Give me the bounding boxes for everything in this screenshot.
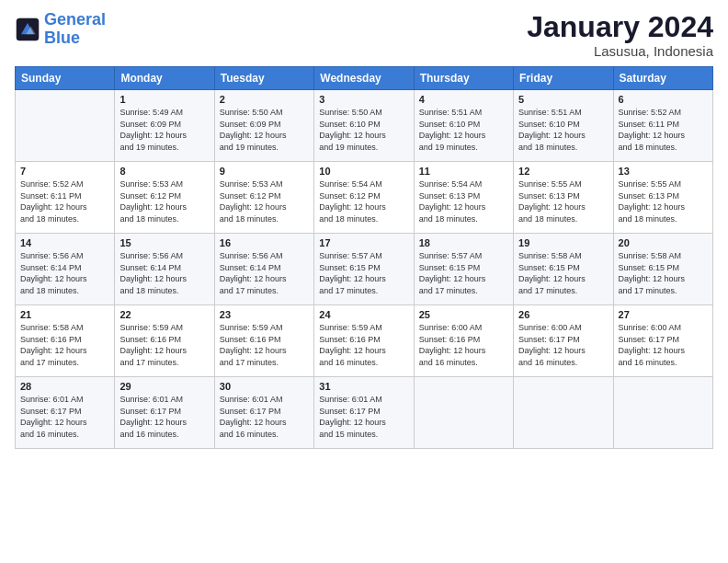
calendar-cell: 6Sunrise: 5:52 AMSunset: 6:11 PMDaylight…: [613, 90, 712, 162]
calendar-header-row: Sunday Monday Tuesday Wednesday Thursday…: [16, 67, 713, 90]
day-number: 29: [119, 381, 209, 392]
day-number: 19: [518, 237, 608, 248]
calendar-cell: 2Sunrise: 5:50 AMSunset: 6:09 PMDaylight…: [214, 90, 313, 162]
day-number: 11: [419, 166, 508, 177]
logo-blue: Blue: [44, 29, 80, 47]
day-info: Sunrise: 5:56 AMSunset: 6:14 PMDaylight:…: [20, 250, 109, 296]
calendar-cell: 28Sunrise: 6:01 AMSunset: 6:17 PMDayligh…: [16, 377, 115, 449]
day-number: 23: [220, 309, 309, 320]
logo: General Blue: [15, 11, 106, 48]
logo-general: General: [44, 10, 106, 29]
day-number: 12: [518, 166, 608, 177]
calendar-week-1: 1Sunrise: 5:49 AMSunset: 6:09 PMDaylight…: [16, 90, 713, 162]
day-number: 21: [20, 309, 109, 320]
calendar-cell: 21Sunrise: 5:58 AMSunset: 6:16 PMDayligh…: [16, 305, 115, 377]
calendar-cell: 13Sunrise: 5:55 AMSunset: 6:13 PMDayligh…: [613, 162, 712, 234]
calendar-cell: 15Sunrise: 5:56 AMSunset: 6:14 PMDayligh…: [115, 234, 214, 305]
title-block: January 2024 Lasusua, Indonesia: [527, 11, 713, 59]
calendar-cell: 24Sunrise: 5:59 AMSunset: 6:16 PMDayligh…: [314, 305, 414, 377]
day-info: Sunrise: 5:59 AMSunset: 6:16 PMDaylight:…: [220, 322, 309, 368]
calendar-cell: 4Sunrise: 5:51 AMSunset: 6:10 PMDaylight…: [414, 90, 513, 162]
calendar-cell: 30Sunrise: 6:01 AMSunset: 6:17 PMDayligh…: [214, 377, 313, 449]
day-info: Sunrise: 5:55 AMSunset: 6:13 PMDaylight:…: [518, 178, 608, 224]
day-number: 16: [220, 237, 309, 248]
day-info: Sunrise: 6:00 AMSunset: 6:17 PMDaylight:…: [619, 322, 708, 368]
month-title: January 2024: [527, 11, 713, 43]
day-number: 24: [319, 309, 408, 320]
day-info: Sunrise: 5:59 AMSunset: 6:16 PMDaylight:…: [319, 322, 408, 368]
day-info: Sunrise: 5:57 AMSunset: 6:15 PMDaylight:…: [419, 250, 508, 296]
header-sunday: Sunday: [16, 67, 115, 90]
calendar-week-4: 21Sunrise: 5:58 AMSunset: 6:16 PMDayligh…: [16, 305, 713, 377]
calendar-cell: 22Sunrise: 5:59 AMSunset: 6:16 PMDayligh…: [115, 305, 214, 377]
day-number: 9: [220, 166, 309, 177]
calendar-cell: 14Sunrise: 5:56 AMSunset: 6:14 PMDayligh…: [16, 234, 115, 305]
calendar-week-2: 7Sunrise: 5:52 AMSunset: 6:11 PMDaylight…: [16, 162, 713, 234]
day-number: 30: [220, 381, 309, 392]
day-number: 27: [619, 309, 708, 320]
calendar-cell: 10Sunrise: 5:54 AMSunset: 6:12 PMDayligh…: [314, 162, 414, 234]
day-info: Sunrise: 5:56 AMSunset: 6:14 PMDaylight:…: [220, 250, 309, 296]
calendar-cell: 29Sunrise: 6:01 AMSunset: 6:17 PMDayligh…: [115, 377, 214, 449]
day-info: Sunrise: 5:59 AMSunset: 6:16 PMDaylight:…: [119, 322, 209, 368]
day-info: Sunrise: 5:51 AMSunset: 6:10 PMDaylight:…: [518, 107, 608, 153]
calendar-cell: 11Sunrise: 5:54 AMSunset: 6:13 PMDayligh…: [414, 162, 513, 234]
day-info: Sunrise: 5:58 AMSunset: 6:16 PMDaylight:…: [20, 322, 109, 368]
day-info: Sunrise: 6:00 AMSunset: 6:17 PMDaylight:…: [518, 322, 608, 368]
header-wednesday: Wednesday: [314, 67, 414, 90]
calendar-cell: [613, 377, 712, 449]
day-number: 1: [119, 94, 209, 105]
calendar-week-5: 28Sunrise: 6:01 AMSunset: 6:17 PMDayligh…: [16, 377, 713, 449]
header-saturday: Saturday: [613, 67, 712, 90]
day-number: 4: [419, 94, 508, 105]
day-number: 14: [20, 237, 109, 248]
day-info: Sunrise: 5:53 AMSunset: 6:12 PMDaylight:…: [119, 178, 209, 224]
calendar-cell: 31Sunrise: 6:01 AMSunset: 6:17 PMDayligh…: [314, 377, 414, 449]
day-info: Sunrise: 6:01 AMSunset: 6:17 PMDaylight:…: [20, 394, 109, 440]
day-info: Sunrise: 5:54 AMSunset: 6:13 PMDaylight:…: [419, 178, 508, 224]
day-number: 31: [319, 381, 408, 392]
calendar-cell: [414, 377, 513, 449]
day-info: Sunrise: 5:58 AMSunset: 6:15 PMDaylight:…: [619, 250, 708, 296]
calendar-cell: 23Sunrise: 5:59 AMSunset: 6:16 PMDayligh…: [214, 305, 313, 377]
calendar-cell: 26Sunrise: 6:00 AMSunset: 6:17 PMDayligh…: [514, 305, 613, 377]
day-info: Sunrise: 5:53 AMSunset: 6:12 PMDaylight:…: [220, 178, 309, 224]
day-info: Sunrise: 6:01 AMSunset: 6:17 PMDaylight:…: [119, 394, 209, 440]
day-info: Sunrise: 5:56 AMSunset: 6:14 PMDaylight:…: [119, 250, 209, 296]
day-number: 18: [419, 237, 508, 248]
header-monday: Monday: [115, 67, 214, 90]
header-friday: Friday: [514, 67, 613, 90]
day-info: Sunrise: 5:58 AMSunset: 6:15 PMDaylight:…: [518, 250, 608, 296]
day-number: 22: [119, 309, 209, 320]
calendar-table: Sunday Monday Tuesday Wednesday Thursday…: [15, 66, 713, 449]
calendar-cell: [514, 377, 613, 449]
day-number: 5: [518, 94, 608, 105]
header-tuesday: Tuesday: [214, 67, 313, 90]
calendar-cell: 3Sunrise: 5:50 AMSunset: 6:10 PMDaylight…: [314, 90, 414, 162]
day-number: 7: [20, 166, 109, 177]
page: General Blue January 2024 Lasusua, Indon…: [0, 0, 728, 563]
header: General Blue January 2024 Lasusua, Indon…: [15, 11, 713, 59]
day-number: 26: [518, 309, 608, 320]
day-number: 15: [119, 237, 209, 248]
day-info: Sunrise: 5:55 AMSunset: 6:13 PMDaylight:…: [619, 178, 708, 224]
calendar-cell: 27Sunrise: 6:00 AMSunset: 6:17 PMDayligh…: [613, 305, 712, 377]
calendar-cell: 12Sunrise: 5:55 AMSunset: 6:13 PMDayligh…: [514, 162, 613, 234]
calendar-cell: 20Sunrise: 5:58 AMSunset: 6:15 PMDayligh…: [613, 234, 712, 305]
calendar-cell: 7Sunrise: 5:52 AMSunset: 6:11 PMDaylight…: [16, 162, 115, 234]
day-number: 25: [419, 309, 508, 320]
calendar-cell: 9Sunrise: 5:53 AMSunset: 6:12 PMDaylight…: [214, 162, 313, 234]
calendar-cell: 1Sunrise: 5:49 AMSunset: 6:09 PMDaylight…: [115, 90, 214, 162]
calendar-cell: 5Sunrise: 5:51 AMSunset: 6:10 PMDaylight…: [514, 90, 613, 162]
day-number: 17: [319, 237, 408, 248]
day-number: 3: [319, 94, 408, 105]
day-info: Sunrise: 5:52 AMSunset: 6:11 PMDaylight:…: [20, 178, 109, 224]
logo-icon: [15, 17, 40, 42]
day-info: Sunrise: 6:01 AMSunset: 6:17 PMDaylight:…: [220, 394, 309, 440]
day-number: 6: [619, 94, 708, 105]
calendar-cell: 8Sunrise: 5:53 AMSunset: 6:12 PMDaylight…: [115, 162, 214, 234]
day-info: Sunrise: 5:49 AMSunset: 6:09 PMDaylight:…: [119, 107, 209, 153]
day-info: Sunrise: 6:01 AMSunset: 6:17 PMDaylight:…: [319, 394, 408, 440]
calendar-week-3: 14Sunrise: 5:56 AMSunset: 6:14 PMDayligh…: [16, 234, 713, 305]
calendar-cell: 17Sunrise: 5:57 AMSunset: 6:15 PMDayligh…: [314, 234, 414, 305]
